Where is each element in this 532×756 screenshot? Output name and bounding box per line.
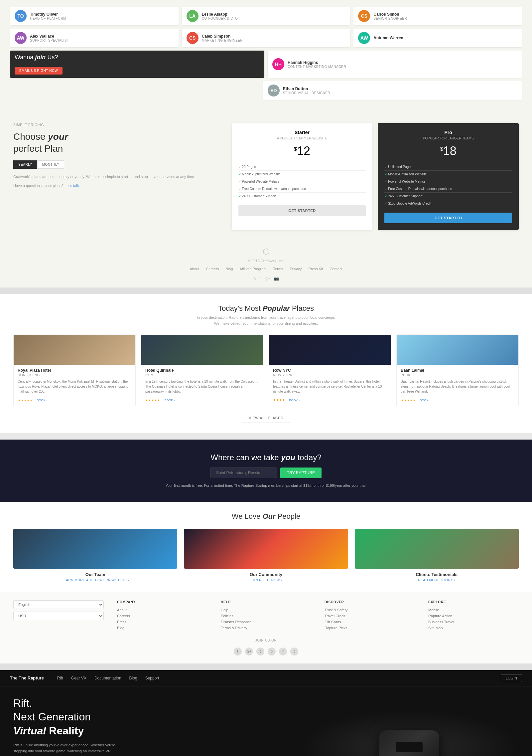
footer-link-contact[interactable]: Contact: [330, 267, 342, 271]
team-name: Timothy Oliver: [30, 12, 66, 17]
footer-sitemap[interactable]: Site Map: [428, 626, 519, 630]
place-image-laima: [397, 335, 518, 365]
pricing-question-link[interactable]: Let's talk.: [65, 184, 80, 188]
footer-disaster[interactable]: Disaster Response: [221, 620, 311, 624]
tumblr-social-icon[interactable]: t: [290, 648, 298, 656]
footer-link-terms[interactable]: Terms: [273, 267, 283, 271]
footer-about[interactable]: About: [117, 608, 207, 612]
team-name: Autumn Warren: [373, 36, 403, 40]
google-plus-icon[interactable]: g+: [265, 276, 270, 281]
vr-nav-blog[interactable]: Blog: [129, 676, 137, 680]
footer-link-blog[interactable]: Blog: [225, 267, 233, 271]
vr-nav-rift[interactable]: Rift: [57, 676, 63, 680]
place-footer: ★★★★ Book ›: [273, 397, 387, 403]
footer-press[interactable]: Press: [117, 620, 207, 624]
view-all-places-button[interactable]: View All Places: [242, 413, 290, 423]
section-divider-1: [0, 287, 532, 294]
places-title: Today's Most Popular Places: [13, 304, 519, 313]
team-info-leslie: Leslie Alsapp Co-Founder & CTO: [202, 12, 238, 20]
starter-get-started-button[interactable]: GET STARTED: [238, 205, 366, 216]
vr-nav-gear[interactable]: Gear VX: [71, 676, 86, 680]
footer-link-affiliate[interactable]: Affiliate Program: [239, 267, 266, 271]
team-role: Co-Founder & CTO: [202, 17, 238, 20]
twitter-icon[interactable]: 𝕏: [253, 276, 256, 281]
cta-destination-input[interactable]: [210, 468, 277, 478]
footer-policies[interactable]: Policies: [221, 614, 311, 618]
plan-feature: Unlimited Pages: [384, 163, 512, 171]
toggle-yearly[interactable]: Yearly: [13, 160, 37, 169]
footer-col-explore: Explore Mobile Rapture Action Business T…: [428, 600, 519, 632]
cta-try-button[interactable]: Try Rapture: [280, 468, 322, 478]
footer-explore-label: Explore: [428, 600, 519, 604]
footer-mobile[interactable]: Mobile: [428, 608, 519, 612]
footer-col-language: English Spanish French USD EUR GBP: [13, 600, 104, 632]
footer-action[interactable]: Rapture Action: [428, 614, 519, 618]
facebook-icon[interactable]: f: [260, 276, 261, 281]
team-role: Senior Engineer: [373, 17, 407, 20]
toggle-monthly[interactable]: Monthly: [37, 160, 65, 169]
vr-hero-description: Rift is unlike anything you've ever expe…: [13, 742, 120, 756]
footer-travel-credit[interactable]: Travel Credit: [325, 614, 415, 618]
pricing-section: Simple Pricing Choose yourperfect Plan Y…: [0, 113, 532, 240]
team-info-alex: Alex Wallace Support Specialist: [30, 34, 69, 42]
team-info-carlos: Carlos Simon Senior Engineer: [373, 12, 407, 20]
pro-get-started-button[interactable]: GET STARTED: [384, 213, 512, 223]
vr-brand: The The Rapture: [10, 675, 44, 680]
team-card-caleb: CS Caleb Simpson Marketing Engineer: [182, 29, 350, 47]
place-book-link[interactable]: Book ›: [289, 399, 300, 402]
plan-feature: Mobile-Optimized Website: [384, 171, 512, 178]
place-image-nyc: [269, 335, 391, 365]
place-card-royal: Royal Plaza Hotel HONG KONG Centrally lo…: [13, 334, 136, 406]
language-select[interactable]: English Spanish French: [13, 600, 104, 609]
footer-link-about[interactable]: About: [190, 267, 200, 271]
team-card-alex: AW Alex Wallace Support Specialist: [10, 29, 179, 47]
footer-discover-label: Discover: [325, 600, 415, 604]
footer-rapture-picks[interactable]: Rapture Picks: [325, 626, 415, 630]
place-footer: ★★★★★ Book ›: [18, 397, 131, 403]
footer-blog[interactable]: Blog: [117, 626, 207, 630]
twitter-social-icon[interactable]: t: [256, 648, 264, 656]
footer-link-careers[interactable]: Careers: [206, 267, 219, 271]
team-card-timothy: TO Timothy Oliver Head of Platform: [10, 7, 179, 25]
people-learn-more-link[interactable]: LEARN MORE ABOUT WORK WITH US ›: [13, 578, 177, 582]
footer-help[interactable]: Help: [221, 608, 311, 612]
footer-gift-cards[interactable]: Gift Cards: [325, 620, 415, 624]
place-book-link[interactable]: Book ›: [164, 399, 175, 402]
join-button[interactable]: Email Us Right Now: [15, 67, 63, 75]
people-card-title: Our Community: [184, 572, 348, 577]
footer-business[interactable]: Business Travel: [428, 620, 519, 624]
pricing-question: Have a questions about plans? Let's talk…: [13, 184, 218, 188]
instagram-icon[interactable]: 📷: [274, 276, 279, 281]
people-join-link[interactable]: JOIN RIGHT NOW ›: [184, 578, 348, 582]
facebook-social-icon[interactable]: f: [234, 648, 242, 656]
vr-login-button[interactable]: Login: [501, 674, 522, 682]
footer-link-privacy[interactable]: Privacy: [290, 267, 302, 271]
linkedin-social-icon[interactable]: in: [279, 648, 287, 656]
vr-nav-support[interactable]: Support: [145, 676, 159, 680]
footer-link-presskit[interactable]: Press Kit: [309, 267, 323, 271]
pinterest-social-icon[interactable]: p: [268, 648, 276, 656]
avatar-leslie: LA: [187, 10, 199, 22]
pricing-card-starter: Starter A PERFECT STARTER WEBSITE $12 20…: [232, 123, 373, 230]
avatar-autumn: AW: [358, 32, 370, 44]
footer-careers[interactable]: Careers: [117, 614, 207, 618]
plan-name-pro: Pro: [384, 130, 512, 135]
team-section: TO Timothy Oliver Head of Platform LA Le…: [0, 0, 532, 113]
footer-trust[interactable]: Trust & Safety: [325, 608, 415, 612]
footer-terms[interactable]: Terms & Privacy: [221, 626, 311, 630]
google-plus-social-icon[interactable]: G+: [245, 648, 253, 656]
place-image-royal: [14, 335, 135, 365]
craftwork-logo-icon: ⬡: [13, 247, 519, 256]
cta-section: Where can we take you today? Try Rapture…: [0, 440, 532, 502]
currency-select[interactable]: USD EUR GBP: [13, 612, 104, 620]
people-read-link[interactable]: READ MORE STORY ›: [355, 578, 519, 582]
place-book-link[interactable]: Book ›: [37, 399, 47, 402]
place-book-link[interactable]: Book ›: [420, 399, 430, 402]
people-image-clients: [355, 529, 519, 569]
pricing-description: Craftwork's plans are paid monthly or ye…: [13, 174, 218, 180]
team-info-timothy: Timothy Oliver Head of Platform: [30, 12, 66, 20]
people-card-title: Our Team: [13, 572, 177, 577]
footer-col-company: Company About Careers Press Blog: [117, 600, 207, 632]
avatar-timothy: TO: [15, 10, 27, 22]
vr-nav-docs[interactable]: Documentation: [94, 676, 121, 680]
